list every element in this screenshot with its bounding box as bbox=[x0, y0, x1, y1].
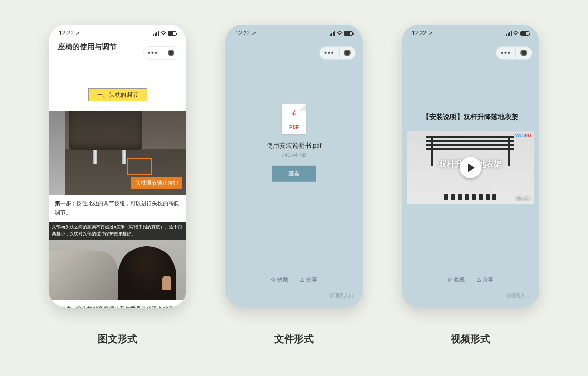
youku-logo: YOUKU bbox=[515, 133, 531, 138]
article-body[interactable]: 一、头枕的调节 头枕调节锁止按钮 第一步：按住此处的调节按钮，可以进行头枕的高低… bbox=[49, 64, 186, 308]
phone-mockup-3: 12:22 ↗ ••• 【安装说明】双杆升降落地衣架 YOUKU 双杆升降落地衣… bbox=[402, 25, 539, 308]
column-file: 12:22 ↗ ••• PDF 使用安装说明书.pdf 740.44 KB 查看 bbox=[225, 25, 363, 346]
admin-entry-link[interactable]: 管理员入口 bbox=[506, 292, 530, 299]
location-icon: ↗ bbox=[251, 30, 256, 37]
file-name: 使用安装说明书.pdf bbox=[225, 141, 363, 150]
article-title: 座椅的使用与调节 bbox=[58, 42, 117, 51]
battery-icon bbox=[344, 31, 353, 36]
file-size: 740.44 KB bbox=[225, 152, 363, 158]
action-bar: 收藏 分享 bbox=[402, 276, 539, 283]
play-icon[interactable] bbox=[460, 157, 481, 178]
image-overlay-text: 头部与头枕之间的距离不要超过4厘米（两根手指的宽度）。这个距离越小，头枕对头部的… bbox=[49, 222, 186, 240]
favorite-button[interactable]: 收藏 bbox=[271, 276, 288, 283]
close-icon[interactable] bbox=[520, 50, 527, 56]
location-icon: ↗ bbox=[75, 30, 80, 37]
status-icons bbox=[330, 30, 353, 36]
article-image-2: 头部与头枕之间的距离不要超过4厘米（两根手指的宽度）。这个距离越小，头枕对头部的… bbox=[49, 222, 186, 300]
video-title: 【安装说明】双杆升降落地衣架 bbox=[402, 113, 539, 122]
more-icon[interactable]: ••• bbox=[324, 50, 335, 56]
signal-icon bbox=[153, 31, 159, 36]
location-icon: ↗ bbox=[428, 30, 433, 37]
article-caption-1: 第一步：按住此处的调节按钮，可以进行头枕的高低调节。 bbox=[49, 195, 186, 222]
video-thumbnail-content bbox=[426, 136, 514, 152]
status-time: 12:22 ↗ bbox=[235, 30, 256, 37]
star-icon bbox=[447, 277, 452, 282]
favorite-button[interactable]: 收藏 bbox=[447, 276, 465, 283]
close-icon[interactable] bbox=[344, 50, 351, 56]
image-annotation: 头枕调节锁止按钮 bbox=[131, 177, 182, 189]
phone-notch bbox=[439, 25, 502, 35]
video-player[interactable]: YOUKU 双杆升降落地衣架 05:49 bbox=[407, 131, 534, 204]
wifi-icon bbox=[513, 30, 519, 36]
column-label: 文件形式 bbox=[274, 332, 314, 346]
admin-entry-link[interactable]: 管理员入口 bbox=[329, 292, 354, 299]
view-button[interactable]: 查看 bbox=[272, 166, 316, 182]
miniprogram-capsule[interactable]: ••• bbox=[319, 46, 356, 60]
status-time: 12:22 ↗ bbox=[59, 30, 80, 37]
column-label: 图文形式 bbox=[98, 332, 137, 346]
column-video: 12:22 ↗ ••• 【安装说明】双杆升降落地衣架 YOUKU 双杆升降落地衣… bbox=[402, 25, 539, 346]
file-block: PDF 使用安装说明书.pdf 740.44 KB 查看 bbox=[225, 104, 363, 182]
section-heading: 一、头枕的调节 bbox=[88, 88, 147, 101]
miniprogram-capsule[interactable]: ••• bbox=[143, 46, 179, 60]
action-bar: 收藏 分享 bbox=[225, 276, 363, 283]
more-icon[interactable]: ••• bbox=[501, 50, 511, 56]
close-icon[interactable] bbox=[168, 50, 174, 56]
battery-icon bbox=[168, 31, 176, 36]
video-duration: 05:49 bbox=[516, 195, 530, 201]
signal-icon bbox=[330, 31, 335, 36]
phone-notch bbox=[262, 25, 326, 35]
status-time: 12:22 ↗ bbox=[412, 30, 433, 37]
wifi-icon bbox=[337, 30, 343, 36]
signal-icon bbox=[506, 31, 512, 36]
column-image-text: 12:22 ↗ 座椅的使用与调节 ••• 一、头枕的调节 头枕调节锁止按钮 第一… bbox=[49, 25, 186, 346]
pdf-icon: PDF bbox=[282, 104, 306, 134]
status-icons bbox=[153, 30, 176, 36]
phone-notch bbox=[86, 25, 149, 35]
miniprogram-capsule[interactable]: ••• bbox=[496, 46, 532, 60]
status-icons bbox=[506, 30, 529, 36]
star-icon bbox=[271, 277, 276, 282]
phone-mockup-1: 12:22 ↗ 座椅的使用与调节 ••• 一、头枕的调节 头枕调节锁止按钮 第一… bbox=[49, 25, 186, 308]
wifi-icon bbox=[160, 30, 166, 36]
share-icon bbox=[476, 277, 481, 282]
share-icon bbox=[300, 277, 305, 282]
phone-mockup-2: 12:22 ↗ ••• PDF 使用安装说明书.pdf 740.44 KB 查看 bbox=[225, 25, 363, 308]
article-image-1: 头枕调节锁止按钮 bbox=[49, 111, 186, 195]
column-label: 视频形式 bbox=[451, 332, 490, 346]
more-icon[interactable]: ••• bbox=[148, 50, 158, 56]
battery-icon bbox=[520, 31, 529, 36]
share-button[interactable]: 分享 bbox=[476, 276, 493, 283]
article-caption-2: 第二步：将头枕的高度调节至与乘员头顶平齐的高 bbox=[49, 300, 186, 308]
share-button[interactable]: 分享 bbox=[300, 276, 317, 283]
